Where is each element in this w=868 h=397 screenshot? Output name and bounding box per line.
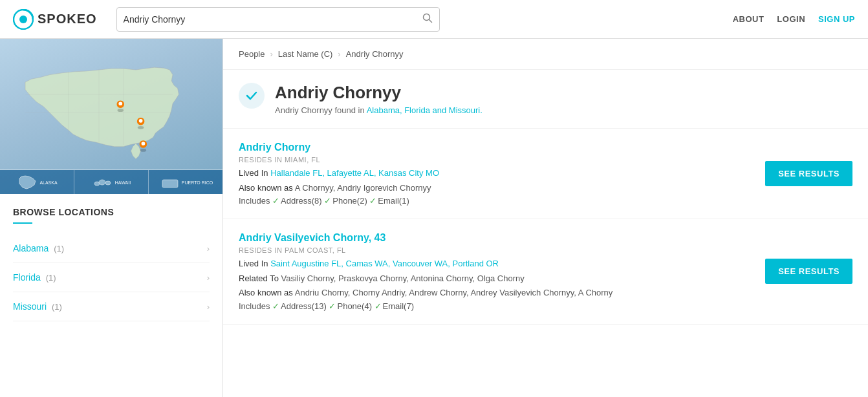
includes-check-icon-1c: ✓ <box>369 196 376 206</box>
florida-chevron-icon: › <box>207 273 210 283</box>
location-item-missouri[interactable]: Missouri (1) › <box>13 292 210 321</box>
also-known-label-2: Also known as <box>239 288 293 297</box>
result-lived-2: Lived In Saint Augustine FL, Camas WA, V… <box>239 257 752 270</box>
breadcrumb: People › Last Name (C) › Andriy Chornyy <box>223 39 868 70</box>
svg-point-10 <box>139 119 143 123</box>
hawaii-thumb[interactable]: HAWAII <box>74 170 149 194</box>
browse-underline <box>13 222 32 224</box>
florida-link[interactable]: Florida <box>13 272 41 283</box>
breadcrumb-current: Andriy Chornyy <box>346 49 404 59</box>
missouri-chevron-icon: › <box>207 302 210 312</box>
result-resides-2: RESIDES IN PALM COAST, FL <box>239 246 752 254</box>
puerto-rico-mini-map <box>158 173 182 191</box>
content-area: People › Last Name (C) › Andriy Chornyy … <box>223 39 868 397</box>
signup-link[interactable]: SIGN UP <box>818 14 855 24</box>
name-info: Andriy Chornyy Andriy Chornyy found in A… <box>275 83 483 115</box>
puerto-rico-thumb[interactable]: PUERTO RICO <box>149 170 222 194</box>
map-container: ALASKA HAWAII PUERTO RICO <box>0 39 222 194</box>
search-bar <box>116 7 440 32</box>
includes-item-1b: Phone(2) <box>332 196 367 206</box>
result-name-1[interactable]: Andriy Chorny <box>239 142 752 153</box>
breadcrumb-last-name[interactable]: Last Name (C) <box>278 49 333 59</box>
includes-item-2a: Address(13) <box>281 301 327 311</box>
logo-text: SPOKEO <box>38 12 97 27</box>
svg-point-1 <box>19 16 27 23</box>
sidebar: ALASKA HAWAII PUERTO RICO <box>0 39 223 397</box>
search-input[interactable] <box>124 14 422 25</box>
svg-point-12 <box>118 102 122 105</box>
also-known-label-1: Also known as <box>239 183 293 193</box>
includes-check-icon-2b: ✓ <box>329 301 336 311</box>
search-button[interactable] <box>422 13 433 26</box>
see-results-button-2[interactable]: SEE RESULTS <box>765 259 852 284</box>
missouri-link[interactable]: Missouri <box>13 301 47 312</box>
includes-label-1: Includes <box>239 196 270 206</box>
page-title: Andriy Chornyy <box>275 83 483 103</box>
logo[interactable]: SPOKEO <box>13 9 97 30</box>
result-includes-1: Includes ✓Address(8) ✓Phone(2) ✓Email(1) <box>239 196 752 206</box>
header-nav: ABOUT LOGIN SIGN UP <box>733 14 855 24</box>
missouri-count: (1) <box>52 302 62 312</box>
us-map <box>6 45 216 168</box>
includes-item-1a: Address(8) <box>281 196 322 206</box>
result-also-1: Also known as A Chornyy, Andriy Igorevic… <box>239 182 752 195</box>
svg-point-17 <box>105 181 111 185</box>
svg-point-11 <box>118 109 124 112</box>
alabama-link[interactable]: Alabama <box>13 243 49 253</box>
name-header: Andriy Chornyy Andriy Chornyy found in A… <box>223 70 868 129</box>
hawaii-mini-map <box>92 173 115 191</box>
locations-link[interactable]: Alabama, Florida and Missouri. <box>367 105 483 115</box>
alabama-chevron-icon: › <box>207 244 210 253</box>
result-also-2: Also known as Andriu Chorny, Chorny Andr… <box>239 286 752 299</box>
includes-check-icon-1b: ✓ <box>324 196 331 206</box>
lived-in-label-2: Lived In <box>239 259 268 268</box>
related-value-2: Vasiliy Chorny, Praskovya Chorny, Antoni… <box>281 274 525 283</box>
includes-check-icon-2a: ✓ <box>272 301 279 311</box>
result-resides-1: RESIDES IN MIAMI, FL <box>239 156 752 164</box>
includes-label-2: Includes <box>239 301 270 311</box>
breadcrumb-sep-1: › <box>270 49 272 59</box>
includes-item-2c: Email(7) <box>383 301 414 311</box>
alabama-count: (1) <box>54 244 64 253</box>
result-card-2: Andriy Vasilyevich Chorny, 43 RESIDES IN… <box>223 219 868 325</box>
svg-point-9 <box>138 126 144 129</box>
lived-in-value-1: Hallandale FL, Lafayette AL, Kansas City… <box>270 168 439 178</box>
result-name-2[interactable]: Andriy Vasilyevich Chorny, 43 <box>239 232 752 244</box>
location-item-alabama[interactable]: Alabama (1) › <box>13 234 210 263</box>
result-related-2: Related To Vasiliy Chorny, Praskovya Cho… <box>239 272 752 285</box>
svg-point-14 <box>142 142 146 145</box>
see-results-button-1[interactable]: SEE RESULTS <box>765 161 852 186</box>
description-prefix: Andriy Chornyy found in <box>275 105 367 115</box>
puerto-rico-label: PUERTO RICO <box>182 180 213 185</box>
also-known-value-1: A Chornyy, Andriy Igorevich Chornyy <box>295 183 431 193</box>
includes-item-1c: Email(1) <box>378 196 409 206</box>
alaska-label: ALASKA <box>39 180 57 185</box>
related-label-2: Related To <box>239 274 279 283</box>
svg-line-3 <box>429 19 431 22</box>
alaska-mini-map <box>16 173 39 191</box>
about-link[interactable]: ABOUT <box>733 14 765 24</box>
hawaii-label: HAWAII <box>115 180 131 185</box>
breadcrumb-people[interactable]: People <box>239 49 265 59</box>
includes-check-icon-2c: ✓ <box>374 301 382 311</box>
lived-in-label-1: Lived In <box>239 168 268 178</box>
map-thumbnails: ALASKA HAWAII PUERTO RICO <box>0 169 222 194</box>
login-link[interactable]: LOGIN <box>777 14 805 24</box>
svg-point-13 <box>140 149 147 152</box>
florida-count: (1) <box>46 273 56 283</box>
also-known-value-2: Andriu Chorny, Chorny Andriy, Andrew Cho… <box>295 288 613 297</box>
result-info-1: Andriy Chorny RESIDES IN MIAMI, FL Lived… <box>239 142 752 206</box>
verified-check-icon <box>239 83 265 109</box>
alaska-thumb[interactable]: ALASKA <box>0 170 74 194</box>
svg-rect-18 <box>162 180 178 188</box>
location-item-florida[interactable]: Florida (1) › <box>13 263 210 292</box>
lived-in-value-2: Saint Augustine FL, Camas WA, Vancouver … <box>270 259 499 268</box>
includes-check-icon-1a: ✓ <box>272 196 279 206</box>
spokeo-logo-icon <box>13 9 34 30</box>
search-icon <box>422 13 433 23</box>
browse-locations: BROWSE LOCATIONS Alabama (1) › Florida (… <box>0 194 222 321</box>
name-description: Andriy Chornyy found in Alabama, Florida… <box>275 105 483 115</box>
result-info-2: Andriy Vasilyevich Chorny, 43 RESIDES IN… <box>239 232 752 311</box>
svg-point-16 <box>99 180 105 185</box>
result-lived-1: Lived In Hallandale FL, Lafayette AL, Ka… <box>239 167 752 180</box>
